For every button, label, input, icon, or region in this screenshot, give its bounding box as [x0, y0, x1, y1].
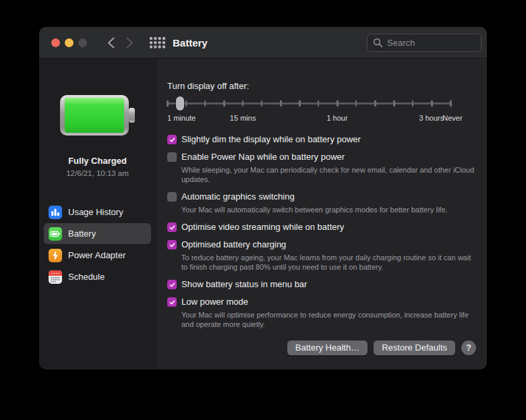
help-button[interactable]: ? [461, 340, 476, 355]
checkbox-item: Slightly dim the display while on batter… [167, 134, 476, 144]
slider-tick [299, 100, 301, 107]
sidebar-item-schedule[interactable]: Schedule [44, 266, 151, 287]
checkbox[interactable] [167, 297, 177, 307]
footer-actions: Battery Health… Restore Defaults ? [167, 340, 476, 355]
search-input[interactable] [387, 38, 475, 48]
slider-tick [261, 100, 263, 107]
slider-tick [280, 100, 282, 107]
slider-tick-label: Never [442, 114, 462, 122]
checkbox-item: Low power mode Your Mac will optimise pe… [167, 297, 476, 329]
slider-tick-label: 1 minute [167, 114, 196, 122]
slider-tick [374, 100, 376, 107]
battery-status-icon [59, 94, 136, 137]
checkbox-description: Your Mac will automatically switch betwe… [181, 205, 476, 214]
slider-tick [204, 100, 206, 107]
checkbox-row-menu-bar-status[interactable]: Show battery status in menu bar [167, 279, 476, 289]
checkbox-label: Automatic graphics switching [181, 191, 295, 202]
sidebar-item-battery[interactable]: Battery [44, 223, 151, 244]
search-icon [373, 38, 383, 48]
slider-tick [450, 100, 452, 107]
sidebar-item-label: Usage History [68, 207, 123, 217]
battery-status-date: 12/6/21, 10:13 am [39, 169, 156, 177]
checkbox[interactable] [167, 280, 177, 289]
checkbox-item: Enable Power Nap while on battery power … [167, 152, 476, 184]
checkbox-row-power-nap[interactable]: Enable Power Nap while on battery power [167, 152, 476, 162]
checkbox-label: Show battery status in menu bar [181, 279, 307, 289]
battery-status-text: Fully Charged [39, 156, 156, 166]
lightning-icon [49, 249, 62, 262]
checkbox-item: Optimised battery charging To reduce bat… [167, 239, 476, 272]
title-bar: Battery [39, 27, 487, 59]
slider-track[interactable] [167, 102, 450, 104]
show-all-grid-icon[interactable] [150, 37, 165, 49]
checkbox[interactable] [167, 240, 177, 249]
sidebar-item-power-adapter[interactable]: Power Adapter [44, 245, 151, 266]
slider-tick [223, 100, 225, 107]
checkbox[interactable] [167, 192, 177, 202]
display-off-label: Turn display off after: [167, 81, 476, 91]
slider-thumb[interactable] [176, 96, 184, 111]
checkbox-row-video-streaming[interactable]: Optimise video streaming while on batter… [167, 222, 476, 232]
checkbox-row-dim-display[interactable]: Slightly dim the display while on batter… [167, 134, 476, 144]
slider-tick [185, 100, 187, 107]
checkbox-row-low-power-mode[interactable]: Low power mode [167, 297, 476, 307]
slider-tick [318, 100, 320, 107]
checkbox-description: To reduce battery ageing, your Mac learn… [181, 253, 476, 272]
checkbox-label: Slightly dim the display while on batter… [181, 134, 361, 144]
battery-pane: Turn display off after: 1 minute15 mins1… [156, 59, 487, 369]
bar-chart-icon [49, 206, 62, 219]
checkbox[interactable] [167, 222, 177, 232]
slider-tick [393, 100, 395, 107]
sidebar-item-label: Battery [68, 229, 96, 239]
slider-tick [167, 100, 169, 107]
slider-tick-label: 3 hours [419, 114, 444, 122]
battery-preferences-window: Battery [39, 27, 487, 369]
zoom-button [78, 38, 87, 47]
sidebar-item-usage-history[interactable]: Usage History [44, 202, 151, 222]
back-button[interactable] [107, 37, 115, 49]
slider-tick [337, 100, 339, 107]
checkbox-row-graphics-switching[interactable]: Automatic graphics switching [167, 191, 476, 202]
slider-tick [431, 100, 433, 107]
checkbox[interactable] [167, 152, 177, 162]
calendar-icon [49, 270, 62, 284]
battery-health-button[interactable]: Battery Health… [287, 340, 368, 355]
checkbox-item: Optimise video streaming while on batter… [167, 222, 476, 232]
forward-button [126, 37, 134, 49]
checkbox-list: Slightly dim the display while on batter… [167, 134, 476, 330]
slider-tick-label: 1 hour [326, 114, 347, 122]
checkbox-row-optimised-charging[interactable]: Optimised battery charging [167, 239, 476, 249]
display-off-slider[interactable] [167, 96, 450, 111]
sidebar-item-label: Schedule [68, 272, 105, 282]
checkbox-label: Enable Power Nap while on battery power [181, 152, 345, 162]
window-title: Battery [173, 37, 208, 49]
traffic-lights [51, 38, 87, 47]
slider-tick [355, 100, 357, 107]
sidebar-nav: Usage History Battery [39, 202, 156, 287]
minimize-button[interactable] [65, 38, 74, 47]
checkbox[interactable] [167, 135, 177, 144]
sidebar: Fully Charged 12/6/21, 10:13 am Usage Hi… [39, 59, 156, 369]
slider-tick [242, 100, 244, 107]
checkbox-label: Low power mode [181, 297, 248, 307]
battery-icon [49, 227, 62, 241]
checkbox-item: Automatic graphics switching Your Mac wi… [167, 191, 476, 214]
search-field[interactable] [367, 34, 481, 52]
slider-tick-label: 15 mins [230, 114, 256, 122]
checkbox-label: Optimise video streaming while on batter… [181, 222, 344, 232]
close-button[interactable] [51, 38, 60, 47]
sidebar-item-label: Power Adapter [68, 250, 125, 260]
slider-tick [412, 100, 414, 107]
slider-tick-labels: 1 minute15 mins1 hour3 hoursNever [167, 114, 450, 123]
checkbox-label: Optimised battery charging [181, 239, 286, 249]
restore-defaults-button[interactable]: Restore Defaults [374, 340, 455, 355]
checkbox-item: Show battery status in menu bar [167, 279, 476, 289]
checkbox-description: While sleeping, your Mac can periodicall… [181, 165, 476, 184]
checkbox-description: Your Mac will optimise performance to re… [181, 310, 476, 329]
